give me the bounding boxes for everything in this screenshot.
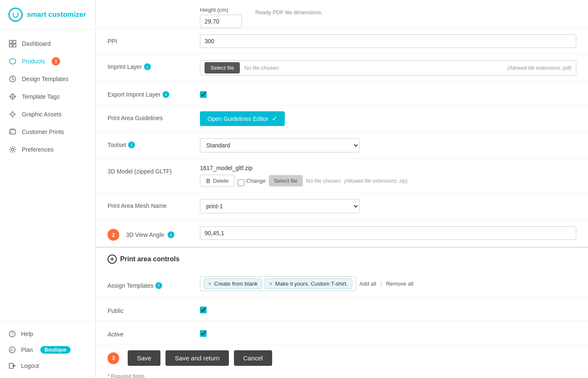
height-label: Height (cm) [200,7,242,13]
sidebar-item-help[interactable]: ? Help [0,326,95,342]
sidebar-item-graphic-assets[interactable]: Graphic Assets [0,105,95,123]
logo-area: smart customizer [0,0,95,30]
checkmark-icon: ✓ [272,115,277,123]
toolset-info-icon[interactable]: i [128,142,135,148]
assign-templates-info-icon[interactable]: i [155,282,162,289]
sidebar-item-template-tags[interactable]: Template Tags [0,88,95,105]
svg-text:?: ? [11,332,14,336]
ppi-control [200,34,576,48]
step2-badge: 2 [108,229,119,241]
imprint-layer-info-icon[interactable]: i [144,63,151,70]
public-row: Public [96,297,588,321]
public-checkbox[interactable] [200,307,207,313]
sidebar-item-label: Customer Prints [22,129,64,135]
select-file-sm-button[interactable]: Select file [269,175,302,186]
save-button[interactable]: Save [128,350,160,366]
delete-button[interactable]: 🗑 Delete [200,175,234,187]
app-name: smart customizer [27,10,86,19]
sidebar-item-plan[interactable]: P Plan Boutique [0,342,95,358]
sidebar-item-design-templates[interactable]: Design Templates [0,70,95,88]
ppi-input[interactable] [200,34,576,48]
model-filename: 1617_model_gltf.zip [200,165,576,171]
active-checkbox[interactable] [200,330,207,337]
imprint-layer-label: Imprint Layer i [108,60,200,70]
view-angle-info-icon[interactable]: i [168,231,174,238]
toolset-control: Standard [200,138,576,152]
view-angle-label: 2 3D View Angle i [108,226,200,241]
template-tag-create-from-blank: × Create from blank [204,278,262,289]
sidebar-item-logout[interactable]: Logout [0,358,95,374]
height-input[interactable]: 29,70 [200,15,242,28]
trash-icon: 🗑 [205,178,211,184]
export-imprint-checkbox[interactable] [200,91,207,98]
remove-all-link[interactable]: Remove all [386,281,413,287]
template-tags-icon [8,92,17,101]
open-guidelines-editor-button[interactable]: Open Guidelines Editor ✓ [200,111,285,126]
sidebar-item-label: Design Templates [22,76,68,82]
plus-icon[interactable]: + [108,255,117,264]
model-actions: 🗑 Delete Change Select file No file chos… [200,175,576,187]
change-checkbox-label[interactable]: Change [238,176,266,186]
template-tag-label-1: Create from blank [214,281,257,287]
template-tag-label-2: Make it yours. Custom T-shirt. [275,281,347,287]
template-tag-remove-2[interactable]: × [269,281,272,287]
plan-badge: Boutique [40,346,71,354]
print-area-section: + Print area controls [96,247,588,270]
help-label: Help [21,331,33,337]
print-area-header: + Print area controls [108,255,576,264]
active-label: Active [108,328,200,338]
template-tag-remove-1[interactable]: × [208,281,211,287]
customer-prints-icon [8,128,17,136]
toolset-select[interactable]: Standard [200,138,360,152]
export-imprint-control [200,88,576,99]
active-row: Active [96,321,588,344]
svg-rect-0 [9,40,12,43]
sidebar-item-label: Template Tags [22,93,60,100]
select-file-button[interactable]: Select file [205,62,240,74]
view-angle-input[interactable] [200,226,576,240]
cancel-button[interactable]: Cancel [234,350,272,366]
help-icon: ? [8,330,16,338]
template-tag-make-it-yours: × Make it yours. Custom T-shirt. [265,278,352,289]
imprint-layer-control: Select file No file chosen (Allowed file… [200,60,576,76]
toolset-label: Toolset i [108,138,200,148]
pdf-ext-hint: (Allowed file extensions: pdf) [507,65,572,71]
logout-icon [8,362,16,370]
save-and-return-button[interactable]: Save and return [165,350,229,366]
print-area-guidelines-label: Print Area Guidelines [108,111,200,121]
nav-items: Dashboard Products 1 Design Templates [0,30,95,321]
add-all-link[interactable]: Add all [360,281,376,287]
no-file-sm-text: No file chosen [306,178,341,184]
logout-label: Logout [21,362,39,369]
model-row: 3D Model (zipped GLTF) 1617_model_gltf.z… [96,159,588,193]
assign-templates-control: × Create from blank × Make it yours. Cus… [200,276,576,291]
mesh-name-control: print-1 [200,199,576,213]
mesh-name-select[interactable]: print-1 [200,199,360,213]
mesh-name-row: Print Area Mesh Name print-1 [96,193,588,220]
main-content: Height (cm) 29,70 Ready PDF file dimensi… [96,0,588,378]
active-control [200,327,576,338]
export-imprint-label: Export Imprint Layer i [108,88,200,98]
sidebar-item-preferences[interactable]: Preferences [0,141,95,158]
sidebar-item-customer-prints[interactable]: Customer Prints [0,123,95,141]
zip-ext-hint: (Allowed file extensions: zip) [344,178,407,184]
change-checkbox[interactable] [238,179,244,186]
sidebar-item-dashboard[interactable]: Dashboard [0,35,95,52]
imprint-layer-row: Imprint Layer i Select file No file chos… [96,54,588,82]
assign-templates-row: Assign Templates i × Create from blank ×… [96,270,588,297]
sidebar-item-products[interactable]: Products 1 [0,52,95,70]
step3-badge: 3 [108,352,119,364]
content-area: Height (cm) 29,70 Ready PDF file dimensi… [96,0,588,378]
export-imprint-info-icon[interactable]: i [163,91,169,98]
svg-rect-14 [11,129,14,130]
sidebar-bottom: ? Help P Plan Boutique [0,321,95,378]
sidebar-item-label: Dashboard [22,40,51,47]
assign-templates-label: Assign Templates i [108,279,200,289]
bottom-actions: 3 Save Save and return Cancel [96,344,588,372]
pdf-hint: Ready PDF file dimensions. [255,7,323,16]
export-imprint-row: Export Imprint Layer i [96,82,588,105]
ppi-row: PPI [96,29,588,54]
dashboard-icon [8,39,17,48]
required-note: * Required fields [96,372,588,378]
svg-point-16 [11,148,14,151]
